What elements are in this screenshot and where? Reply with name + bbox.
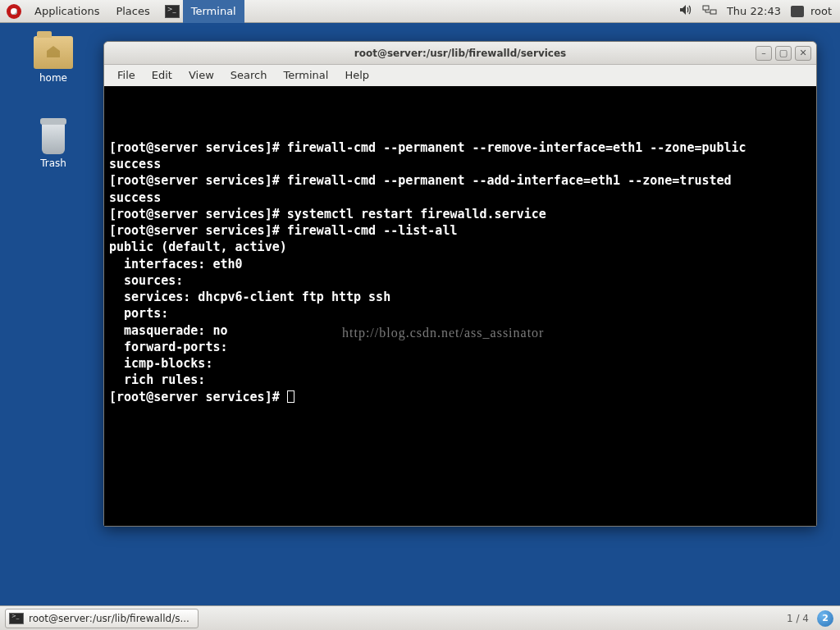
- user-icon: [791, 6, 804, 17]
- menu-terminal[interactable]: Terminal: [275, 65, 336, 86]
- terminal-line: [root@server services]# systemctl restar…: [109, 206, 811, 222]
- terminal-cursor: [287, 390, 294, 403]
- terminal-line: rich rules:: [109, 372, 811, 388]
- taskbar-terminal-button[interactable]: root@server:/usr/lib/firewalld/s...: [5, 609, 199, 628]
- desktop-icon-label: Trash: [25, 158, 82, 169]
- terminal-line: [root@server services]# firewall-cmd --l…: [109, 222, 811, 239]
- terminal-icon: [165, 5, 180, 18]
- user-label: root: [810, 5, 832, 17]
- terminal-line: [root@server services]# firewall-cmd --p…: [109, 139, 811, 156]
- desktop-home-folder[interactable]: home: [25, 36, 82, 84]
- terminal-line: sources:: [109, 272, 811, 289]
- workspace-switcher[interactable]: 2: [817, 610, 833, 627]
- workspace-count-label: 1 / 4: [787, 613, 809, 624]
- window-menubar: File Edit View Search Terminal Help: [104, 65, 816, 86]
- terminal-icon: [9, 613, 24, 624]
- user-menu[interactable]: root: [791, 5, 832, 17]
- close-button[interactable]: ✕: [795, 46, 811, 61]
- terminal-line: public (default, active): [109, 239, 811, 255]
- menu-edit[interactable]: Edit: [144, 65, 180, 86]
- terminal-line: success: [109, 156, 811, 172]
- top-panel: Applications Places Terminal Thu 22:43 r…: [0, 0, 840, 23]
- window-titlebar[interactable]: root@server:/usr/lib/firewalld/services …: [104, 42, 816, 65]
- bottom-panel: root@server:/usr/lib/firewalld/s... 1 / …: [0, 605, 840, 630]
- terminal-viewport[interactable]: http://blog.csdn.net/ass_assinator [root…: [104, 86, 816, 526]
- window-title: root@server:/usr/lib/firewalld/services: [104, 48, 816, 59]
- menu-view[interactable]: View: [180, 65, 222, 86]
- distro-logo-icon[interactable]: [7, 4, 21, 19]
- menu-file[interactable]: File: [109, 65, 144, 86]
- taskbar-task-label: root@server:/usr/lib/firewalld/s...: [29, 613, 189, 624]
- menu-help[interactable]: Help: [336, 65, 377, 86]
- terminal-line: interfaces: eth0: [109, 256, 811, 272]
- desktop-trash[interactable]: Trash: [25, 115, 82, 169]
- maximize-button[interactable]: ▢: [775, 46, 792, 61]
- terminal-line: [root@server services]#: [109, 389, 811, 405]
- volume-icon[interactable]: [679, 4, 692, 18]
- svg-rect-1: [710, 10, 716, 14]
- applications-menu[interactable]: Applications: [26, 0, 107, 23]
- network-icon[interactable]: [702, 4, 717, 18]
- terminal-window: root@server:/usr/lib/firewalld/services …: [103, 41, 817, 527]
- terminal-line: ports:: [109, 305, 811, 322]
- minimize-button[interactable]: –: [756, 46, 772, 61]
- menu-search[interactable]: Search: [222, 65, 276, 86]
- places-menu[interactable]: Places: [107, 0, 158, 23]
- watermark-text: http://blog.csdn.net/ass_assinator: [342, 324, 544, 342]
- terminal-line: [root@server services]# firewall-cmd --p…: [109, 172, 811, 189]
- terminal-line: icmp-blocks:: [109, 355, 811, 372]
- svg-rect-0: [703, 6, 709, 10]
- clock[interactable]: Thu 22:43: [727, 5, 781, 17]
- folder-icon: [34, 36, 73, 69]
- terminal-line: success: [109, 189, 811, 206]
- active-window-title[interactable]: Terminal: [183, 0, 244, 23]
- terminal-line: services: dhcpv6-client ftp http ssh: [109, 289, 811, 305]
- trash-icon: [37, 115, 70, 154]
- desktop-icon-label: home: [25, 72, 82, 84]
